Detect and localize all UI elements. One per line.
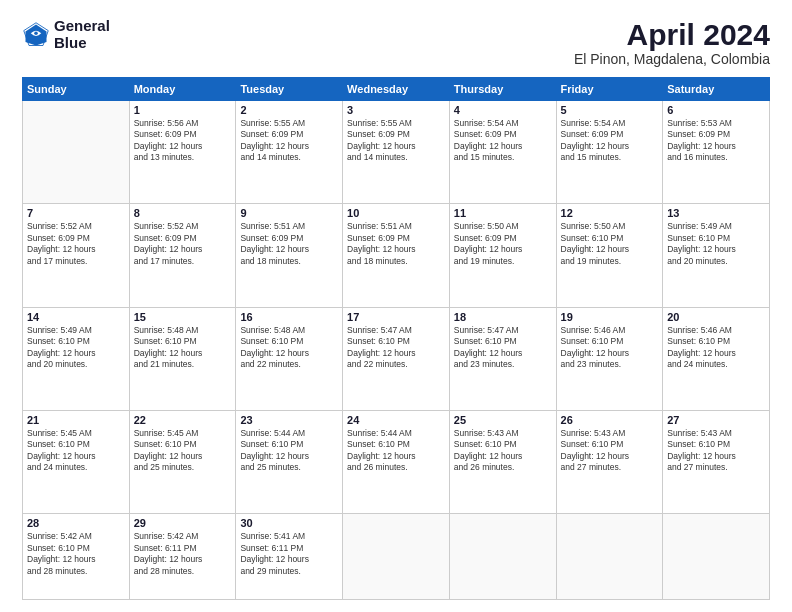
calendar-cell: 25Sunrise: 5:43 AM Sunset: 6:10 PM Dayli… [449, 410, 556, 513]
calendar-cell: 20Sunrise: 5:46 AM Sunset: 6:10 PM Dayli… [663, 307, 770, 410]
header: General Blue April 2024 El Pinon, Magdal… [22, 18, 770, 67]
logo: General Blue [22, 18, 110, 51]
day-number: 21 [27, 414, 125, 426]
calendar-cell: 6Sunrise: 5:53 AM Sunset: 6:09 PM Daylig… [663, 101, 770, 204]
calendar-cell: 18Sunrise: 5:47 AM Sunset: 6:10 PM Dayli… [449, 307, 556, 410]
calendar-header-monday: Monday [129, 78, 236, 101]
day-info: Sunrise: 5:48 AM Sunset: 6:10 PM Dayligh… [240, 325, 338, 371]
calendar-cell: 7Sunrise: 5:52 AM Sunset: 6:09 PM Daylig… [23, 204, 130, 307]
calendar-cell: 19Sunrise: 5:46 AM Sunset: 6:10 PM Dayli… [556, 307, 663, 410]
day-number: 5 [561, 104, 659, 116]
calendar-cell: 4Sunrise: 5:54 AM Sunset: 6:09 PM Daylig… [449, 101, 556, 204]
calendar-cell [663, 514, 770, 600]
calendar-cell [343, 514, 450, 600]
day-info: Sunrise: 5:50 AM Sunset: 6:09 PM Dayligh… [454, 221, 552, 267]
day-info: Sunrise: 5:50 AM Sunset: 6:10 PM Dayligh… [561, 221, 659, 267]
calendar-cell: 30Sunrise: 5:41 AM Sunset: 6:11 PM Dayli… [236, 514, 343, 600]
calendar-cell [556, 514, 663, 600]
calendar-cell: 26Sunrise: 5:43 AM Sunset: 6:10 PM Dayli… [556, 410, 663, 513]
day-number: 8 [134, 207, 232, 219]
calendar-header-wednesday: Wednesday [343, 78, 450, 101]
calendar-cell [449, 514, 556, 600]
calendar-cell: 17Sunrise: 5:47 AM Sunset: 6:10 PM Dayli… [343, 307, 450, 410]
day-number: 26 [561, 414, 659, 426]
calendar-cell: 15Sunrise: 5:48 AM Sunset: 6:10 PM Dayli… [129, 307, 236, 410]
day-info: Sunrise: 5:48 AM Sunset: 6:10 PM Dayligh… [134, 325, 232, 371]
day-number: 10 [347, 207, 445, 219]
calendar-cell: 2Sunrise: 5:55 AM Sunset: 6:09 PM Daylig… [236, 101, 343, 204]
day-info: Sunrise: 5:54 AM Sunset: 6:09 PM Dayligh… [454, 118, 552, 164]
day-info: Sunrise: 5:45 AM Sunset: 6:10 PM Dayligh… [134, 428, 232, 474]
calendar-header-tuesday: Tuesday [236, 78, 343, 101]
day-number: 27 [667, 414, 765, 426]
calendar-cell: 9Sunrise: 5:51 AM Sunset: 6:09 PM Daylig… [236, 204, 343, 307]
day-number: 28 [27, 517, 125, 529]
day-info: Sunrise: 5:46 AM Sunset: 6:10 PM Dayligh… [561, 325, 659, 371]
logo-text: General Blue [54, 18, 110, 51]
calendar-cell: 8Sunrise: 5:52 AM Sunset: 6:09 PM Daylig… [129, 204, 236, 307]
day-info: Sunrise: 5:49 AM Sunset: 6:10 PM Dayligh… [667, 221, 765, 267]
calendar-table: SundayMondayTuesdayWednesdayThursdayFrid… [22, 77, 770, 600]
day-number: 3 [347, 104, 445, 116]
svg-point-2 [34, 31, 38, 35]
day-number: 25 [454, 414, 552, 426]
page: General Blue April 2024 El Pinon, Magdal… [0, 0, 792, 612]
calendar-header-thursday: Thursday [449, 78, 556, 101]
day-info: Sunrise: 5:42 AM Sunset: 6:11 PM Dayligh… [134, 531, 232, 577]
calendar-week-row: 14Sunrise: 5:49 AM Sunset: 6:10 PM Dayli… [23, 307, 770, 410]
day-info: Sunrise: 5:52 AM Sunset: 6:09 PM Dayligh… [134, 221, 232, 267]
day-number: 9 [240, 207, 338, 219]
calendar-cell [23, 101, 130, 204]
calendar-week-row: 1Sunrise: 5:56 AM Sunset: 6:09 PM Daylig… [23, 101, 770, 204]
day-number: 29 [134, 517, 232, 529]
calendar-cell: 12Sunrise: 5:50 AM Sunset: 6:10 PM Dayli… [556, 204, 663, 307]
day-number: 30 [240, 517, 338, 529]
day-info: Sunrise: 5:56 AM Sunset: 6:09 PM Dayligh… [134, 118, 232, 164]
day-info: Sunrise: 5:44 AM Sunset: 6:10 PM Dayligh… [347, 428, 445, 474]
day-number: 22 [134, 414, 232, 426]
day-number: 13 [667, 207, 765, 219]
day-number: 12 [561, 207, 659, 219]
day-number: 17 [347, 311, 445, 323]
calendar-week-row: 28Sunrise: 5:42 AM Sunset: 6:10 PM Dayli… [23, 514, 770, 600]
day-number: 1 [134, 104, 232, 116]
calendar-header-friday: Friday [556, 78, 663, 101]
calendar-cell: 10Sunrise: 5:51 AM Sunset: 6:09 PM Dayli… [343, 204, 450, 307]
day-info: Sunrise: 5:54 AM Sunset: 6:09 PM Dayligh… [561, 118, 659, 164]
day-info: Sunrise: 5:41 AM Sunset: 6:11 PM Dayligh… [240, 531, 338, 577]
calendar-cell: 29Sunrise: 5:42 AM Sunset: 6:11 PM Dayli… [129, 514, 236, 600]
calendar-cell: 22Sunrise: 5:45 AM Sunset: 6:10 PM Dayli… [129, 410, 236, 513]
day-info: Sunrise: 5:44 AM Sunset: 6:10 PM Dayligh… [240, 428, 338, 474]
day-info: Sunrise: 5:43 AM Sunset: 6:10 PM Dayligh… [561, 428, 659, 474]
day-number: 14 [27, 311, 125, 323]
day-number: 23 [240, 414, 338, 426]
day-number: 20 [667, 311, 765, 323]
calendar-cell: 1Sunrise: 5:56 AM Sunset: 6:09 PM Daylig… [129, 101, 236, 204]
day-number: 18 [454, 311, 552, 323]
day-info: Sunrise: 5:55 AM Sunset: 6:09 PM Dayligh… [347, 118, 445, 164]
day-info: Sunrise: 5:47 AM Sunset: 6:10 PM Dayligh… [347, 325, 445, 371]
calendar-cell: 3Sunrise: 5:55 AM Sunset: 6:09 PM Daylig… [343, 101, 450, 204]
day-number: 2 [240, 104, 338, 116]
logo-line2: Blue [54, 35, 110, 52]
day-number: 15 [134, 311, 232, 323]
calendar-cell: 16Sunrise: 5:48 AM Sunset: 6:10 PM Dayli… [236, 307, 343, 410]
subtitle: El Pinon, Magdalena, Colombia [574, 51, 770, 67]
day-info: Sunrise: 5:46 AM Sunset: 6:10 PM Dayligh… [667, 325, 765, 371]
logo-icon [22, 21, 50, 49]
day-info: Sunrise: 5:55 AM Sunset: 6:09 PM Dayligh… [240, 118, 338, 164]
day-info: Sunrise: 5:53 AM Sunset: 6:09 PM Dayligh… [667, 118, 765, 164]
day-number: 11 [454, 207, 552, 219]
day-number: 7 [27, 207, 125, 219]
day-info: Sunrise: 5:51 AM Sunset: 6:09 PM Dayligh… [240, 221, 338, 267]
day-info: Sunrise: 5:51 AM Sunset: 6:09 PM Dayligh… [347, 221, 445, 267]
calendar-cell: 23Sunrise: 5:44 AM Sunset: 6:10 PM Dayli… [236, 410, 343, 513]
calendar-cell: 27Sunrise: 5:43 AM Sunset: 6:10 PM Dayli… [663, 410, 770, 513]
calendar-header-saturday: Saturday [663, 78, 770, 101]
calendar-cell: 28Sunrise: 5:42 AM Sunset: 6:10 PM Dayli… [23, 514, 130, 600]
day-number: 19 [561, 311, 659, 323]
day-info: Sunrise: 5:52 AM Sunset: 6:09 PM Dayligh… [27, 221, 125, 267]
calendar-header-row: SundayMondayTuesdayWednesdayThursdayFrid… [23, 78, 770, 101]
day-info: Sunrise: 5:42 AM Sunset: 6:10 PM Dayligh… [27, 531, 125, 577]
calendar-cell: 14Sunrise: 5:49 AM Sunset: 6:10 PM Dayli… [23, 307, 130, 410]
